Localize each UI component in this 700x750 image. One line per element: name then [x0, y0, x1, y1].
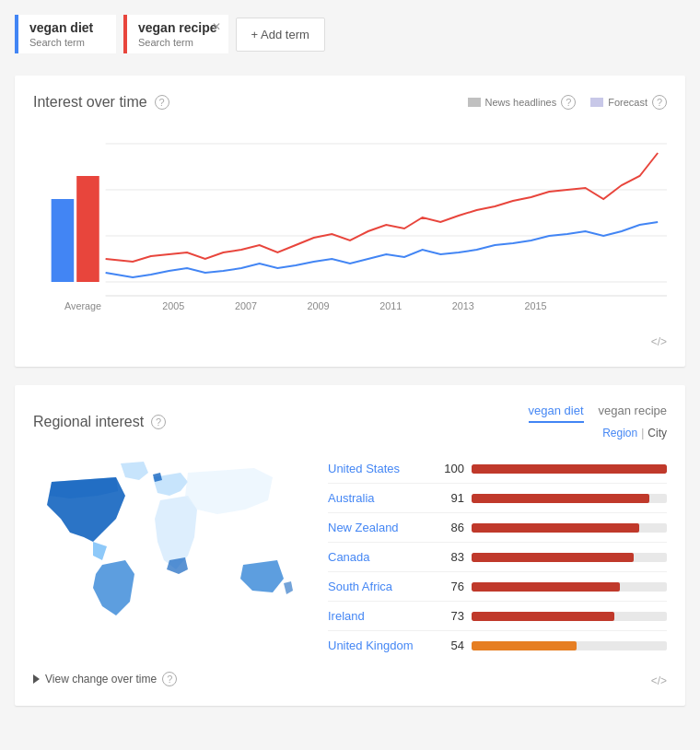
country-ie[interactable]: Ireland — [328, 609, 429, 623]
value-ie: 73 — [437, 609, 464, 623]
value-au: 91 — [437, 491, 464, 505]
country-au[interactable]: Australia — [328, 491, 429, 505]
forecast-legend-box — [590, 98, 603, 107]
legend-group: News headlines ? Forecast ? — [468, 95, 667, 110]
svg-text:2013: 2013 — [452, 300, 474, 311]
avg-bar-blue — [52, 199, 75, 282]
avg-bar-red — [76, 176, 99, 282]
svg-text:2005: 2005 — [162, 300, 184, 311]
red-trend-line — [106, 153, 659, 262]
svg-text:2007: 2007 — [235, 300, 257, 311]
map-svg — [33, 454, 309, 639]
interest-time-help-icon[interactable]: ? — [155, 95, 169, 110]
search-term-chip-vegan-diet[interactable]: vegan diet Search term — [15, 15, 116, 53]
value-us: 100 — [437, 462, 464, 475]
country-gb[interactable]: United Kingdom — [328, 639, 429, 652]
country-ca[interactable]: Canada — [328, 550, 429, 564]
value-za: 76 — [437, 580, 464, 593]
bar-track-za — [472, 582, 667, 592]
regional-content: United States 100 Australia 91 New Zeala… — [33, 454, 667, 660]
regional-interest-title: Regional interest — [33, 414, 144, 430]
news-help-icon[interactable]: ? — [561, 95, 576, 110]
bar-fill-ca — [472, 553, 634, 562]
chip-subtitle-vegan-recipe: Search term — [138, 37, 217, 48]
svg-text:2011: 2011 — [379, 300, 402, 311]
region-city-toggle: Region | City — [602, 427, 667, 439]
bar-track-ie — [472, 612, 667, 621]
bar-track-us — [472, 464, 667, 474]
bar-fill-au — [472, 494, 649, 503]
regional-bottom-actions: View change over time ? </> — [33, 671, 667, 687]
section-title-group: Interest over time ? — [33, 94, 169, 111]
bar-fill-za — [472, 582, 620, 592]
toggle-city[interactable]: City — [648, 427, 667, 439]
news-headlines-label: News headlines — [485, 97, 557, 108]
svg-text:Average: Average — [64, 300, 101, 311]
search-term-chip-vegan-recipe[interactable]: ✕ vegan recipe Search term — [123, 15, 228, 53]
bar-track-ca — [472, 553, 667, 562]
chip-title-vegan-recipe: vegan recipe — [138, 20, 217, 35]
ranking-row-ie: Ireland 73 — [328, 602, 667, 631]
value-ca: 83 — [437, 550, 464, 564]
bar-fill-us — [472, 464, 667, 474]
add-term-button[interactable]: + Add term — [236, 18, 325, 52]
ranking-row-nz: New Zealand 86 — [328, 513, 667, 543]
rankings-area: United States 100 Australia 91 New Zeala… — [328, 454, 667, 660]
bar-fill-gb — [472, 641, 577, 650]
tab-vegan-recipe[interactable]: vegan recipe — [599, 404, 667, 423]
svg-text:2015: 2015 — [524, 300, 546, 311]
country-us[interactable]: United States — [328, 462, 429, 475]
value-nz: 86 — [437, 521, 464, 534]
toggle-region[interactable]: Region — [602, 427, 637, 439]
view-change-link[interactable]: View change over time ? — [33, 672, 177, 686]
bar-fill-nz — [472, 523, 639, 533]
close-icon[interactable]: ✕ — [212, 20, 221, 33]
interest-over-time-card: Interest over time ? News headlines ? Fo… — [15, 76, 685, 367]
regional-help-icon[interactable]: ? — [151, 415, 166, 429]
toggle-divider: | — [641, 427, 644, 439]
regional-interest-header: Regional interest ? vegan diet vegan rec… — [33, 404, 667, 439]
regional-tab-group: vegan diet vegan recipe — [529, 404, 667, 423]
ranking-row-za: South Africa 76 — [328, 572, 667, 602]
ranking-row-gb: United Kingdom 54 — [328, 631, 667, 660]
bar-track-gb — [472, 641, 667, 650]
country-nz[interactable]: New Zealand — [328, 521, 429, 534]
regional-interest-card: Regional interest ? vegan diet vegan rec… — [15, 385, 685, 706]
view-change-help-icon[interactable]: ? — [162, 672, 177, 686]
svg-text:2009: 2009 — [308, 300, 330, 311]
forecast-help-icon[interactable]: ? — [652, 95, 667, 110]
tab-vegan-diet[interactable]: vegan diet — [529, 404, 584, 423]
value-gb: 54 — [437, 639, 464, 652]
news-headlines-legend-box — [468, 98, 481, 107]
chip-subtitle-vegan-diet: Search term — [29, 37, 105, 48]
triangle-icon — [33, 674, 40, 684]
bar-fill-ie — [472, 612, 614, 621]
bar-track-nz — [472, 523, 667, 533]
interest-over-time-header: Interest over time ? News headlines ? Fo… — [33, 94, 667, 111]
chip-title-vegan-diet: vegan diet — [29, 20, 105, 35]
regional-title-group: Regional interest ? — [33, 414, 166, 430]
view-change-text: View change over time — [45, 673, 157, 686]
country-za[interactable]: South Africa — [328, 580, 429, 593]
search-terms-bar: vegan diet Search term ✕ vegan recipe Se… — [15, 15, 685, 53]
world-map — [33, 454, 309, 657]
bar-track-au — [472, 494, 667, 503]
interest-over-time-chart: Average 2005 2007 2009 2011 2013 2015 — [33, 125, 667, 328]
interest-over-time-title: Interest over time — [33, 94, 147, 111]
ranking-row-us: United States 100 — [328, 454, 667, 484]
blue-trend-line — [106, 222, 659, 277]
forecast-label: Forecast — [608, 97, 648, 108]
forecast-legend: Forecast ? — [590, 95, 667, 110]
news-headlines-legend: News headlines ? — [468, 95, 577, 110]
regional-embed-icon[interactable]: </> — [651, 674, 667, 687]
regional-header-right: vegan diet vegan recipe Region | City — [529, 404, 667, 439]
chart-embed-icon[interactable]: </> — [33, 335, 667, 348]
ranking-row-au: Australia 91 — [328, 484, 667, 513]
chart-svg: Average 2005 2007 2009 2011 2013 2015 — [33, 125, 667, 328]
ranking-row-ca: Canada 83 — [328, 543, 667, 572]
